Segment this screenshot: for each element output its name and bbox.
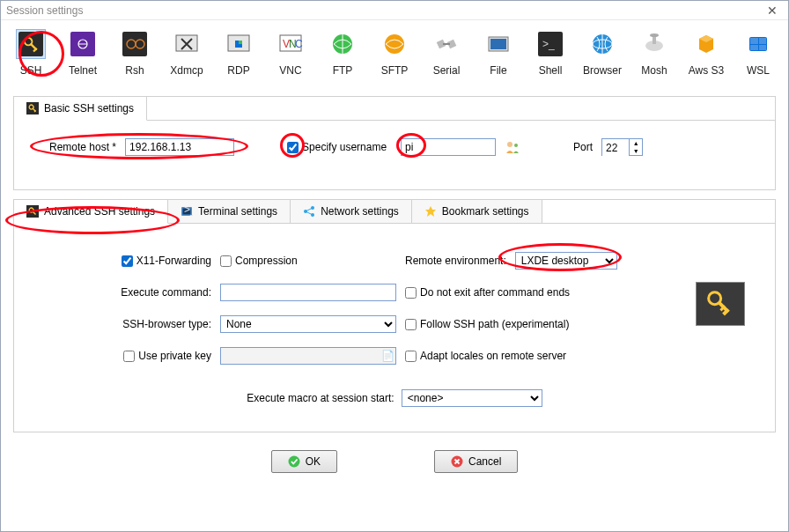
key-icon xyxy=(26,102,39,115)
follow-label: Follow SSH path (experimental) xyxy=(420,318,569,330)
svg-rect-37 xyxy=(750,38,758,44)
protocol-ssh-icon xyxy=(16,29,46,59)
protocol-wsl-icon xyxy=(743,29,773,59)
protocol-aws-icon xyxy=(691,29,721,59)
protocol-xdmcp[interactable]: Xdmcp xyxy=(162,26,211,80)
titlebar: Session settings ✕ xyxy=(1,1,788,20)
svg-text:>_: >_ xyxy=(184,205,193,216)
protocol-rsh-label: Rsh xyxy=(125,64,144,77)
protocol-wsl-label: WSL xyxy=(747,64,770,77)
protocol-telnet-icon xyxy=(68,29,98,59)
svg-point-33 xyxy=(650,33,659,37)
protocol-shell-label: Shell xyxy=(539,64,563,77)
protocol-ftp-icon xyxy=(328,29,358,59)
cancel-button[interactable]: Cancel xyxy=(434,450,518,473)
window-title: Session settings xyxy=(6,4,83,17)
port-down[interactable]: ▼ xyxy=(630,147,642,155)
protocol-browser-label: Browser xyxy=(583,64,622,77)
remote-env-select[interactable]: LXDE desktop xyxy=(515,252,617,270)
private-key-checkbox[interactable]: Use private key xyxy=(123,350,211,362)
cancel-label: Cancel xyxy=(468,455,501,468)
protocol-rdp-icon xyxy=(224,29,254,59)
port-input[interactable] xyxy=(602,139,629,157)
protocol-mosh-icon xyxy=(639,29,669,59)
tab-terminal-label: Terminal settings xyxy=(198,205,277,218)
protocol-xdmcp-icon xyxy=(172,29,202,59)
compression-checkbox[interactable]: Compression xyxy=(220,255,298,267)
svg-rect-25 xyxy=(490,39,506,49)
tab-network[interactable]: Network settings xyxy=(291,200,412,223)
port-label: Port xyxy=(573,141,593,153)
cancel-icon xyxy=(451,455,463,468)
svg-point-20 xyxy=(385,34,404,54)
tab-bookmark[interactable]: Bookmark settings xyxy=(412,200,542,223)
port-up[interactable]: ▲ xyxy=(630,139,642,147)
protocol-aws[interactable]: Aws S3 xyxy=(682,26,731,80)
star-icon xyxy=(424,205,437,218)
username-input[interactable] xyxy=(401,138,496,156)
protocol-shell[interactable]: >_Shell xyxy=(526,26,575,80)
macro-select[interactable]: <none> xyxy=(402,389,542,407)
ssh-browser-select[interactable]: None xyxy=(220,315,396,333)
macro-label: Execute macro at session start: xyxy=(247,392,394,404)
x11-checkbox[interactable]: X11-Forwarding xyxy=(122,255,211,267)
protocol-serial-icon xyxy=(431,29,461,59)
svg-rect-7 xyxy=(122,32,147,56)
protocol-xdmcp-label: Xdmcp xyxy=(170,64,203,77)
user-icon[interactable] xyxy=(505,139,520,155)
connection-type-icon xyxy=(696,282,745,326)
advanced-tabs: Advanced SSH settings >_ Terminal settin… xyxy=(14,200,775,224)
file-icon[interactable]: 📄 xyxy=(381,350,394,362)
protocol-file[interactable]: File xyxy=(474,26,523,80)
protocol-rdp[interactable]: RDP xyxy=(214,26,263,80)
svg-text:C: C xyxy=(295,38,303,50)
tab-terminal[interactable]: >_ Terminal settings xyxy=(168,200,291,223)
svg-rect-40 xyxy=(759,45,766,50)
ok-icon xyxy=(288,455,300,468)
compression-label: Compression xyxy=(235,255,298,267)
terminal-icon: >_ xyxy=(181,205,193,218)
execute-command-input[interactable] xyxy=(220,284,396,301)
protocol-rsh[interactable]: Rsh xyxy=(110,26,159,80)
noexit-checkbox[interactable]: Do not exit after command ends xyxy=(405,286,570,299)
tab-network-label: Network settings xyxy=(321,205,399,218)
port-spinner[interactable]: ▲▼ xyxy=(601,138,643,156)
protocol-vnc[interactable]: VNCVNC xyxy=(266,26,315,80)
follow-checkbox[interactable]: Follow SSH path (experimental) xyxy=(405,318,569,330)
tab-advanced-ssh[interactable]: Advanced SSH settings xyxy=(14,200,168,224)
tab-basic-ssh[interactable]: Basic SSH settings xyxy=(14,97,147,121)
svg-rect-39 xyxy=(750,45,758,50)
protocol-telnet-label: Telnet xyxy=(69,64,97,77)
protocol-browser[interactable]: Browser xyxy=(578,26,627,80)
svg-line-56 xyxy=(306,208,313,211)
adapt-locales-label: Adapt locales on remote server xyxy=(420,350,566,362)
svg-point-63 xyxy=(288,456,299,468)
protocol-rsh-icon xyxy=(120,29,150,59)
protocol-ssh[interactable]: SSH xyxy=(6,26,55,80)
svg-rect-38 xyxy=(759,38,766,44)
specify-username-checkbox[interactable]: Specify username xyxy=(287,141,387,153)
tab-advanced-label: Advanced SSH settings xyxy=(44,205,155,218)
basic-tabs: Basic SSH settings xyxy=(14,97,775,121)
protocol-browser-icon xyxy=(587,29,617,59)
protocol-ftp-label: FTP xyxy=(333,64,353,77)
protocol-serial[interactable]: Serial xyxy=(422,26,471,80)
remote-host-input[interactable] xyxy=(125,138,234,156)
close-button[interactable]: ✕ xyxy=(762,4,783,18)
protocol-sftp[interactable]: SFTP xyxy=(370,26,419,80)
protocol-mosh-label: Mosh xyxy=(641,64,667,77)
basic-section: Basic SSH settings Remote host * Specify… xyxy=(13,96,776,190)
protocol-rdp-label: RDP xyxy=(227,64,249,77)
ok-button[interactable]: OK xyxy=(271,450,337,473)
protocol-file-icon xyxy=(483,29,513,59)
adapt-locales-checkbox[interactable]: Adapt locales on remote server xyxy=(405,350,566,362)
network-icon xyxy=(303,205,315,218)
protocol-mosh[interactable]: Mosh xyxy=(630,26,679,80)
protocol-ftp[interactable]: FTP xyxy=(318,26,367,80)
protocol-wsl[interactable]: WSL xyxy=(734,26,783,80)
tab-bookmark-label: Bookmark settings xyxy=(442,205,529,218)
protocol-ssh-label: SSH xyxy=(20,64,42,77)
protocol-aws-label: Aws S3 xyxy=(689,64,724,77)
protocol-telnet[interactable]: Telnet xyxy=(58,26,107,80)
svg-text:>_: >_ xyxy=(542,38,555,50)
